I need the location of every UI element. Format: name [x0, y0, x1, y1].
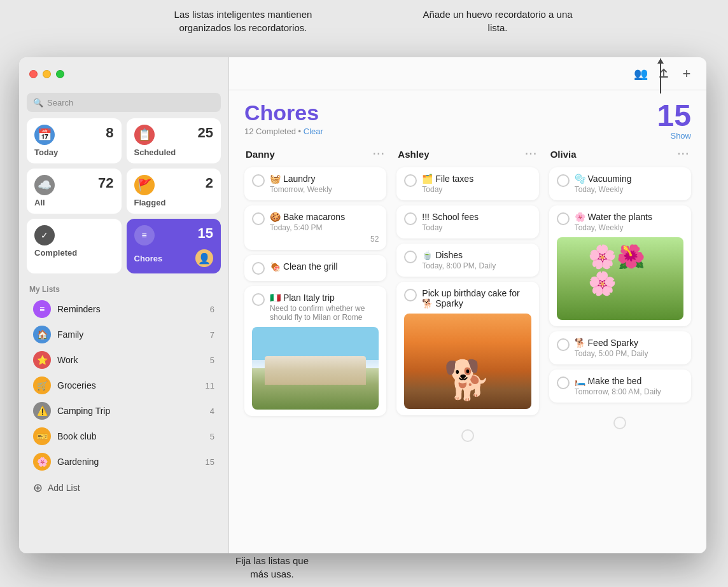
task-note-italy: Need to confirm whether we should fly to… [270, 304, 379, 322]
my-lists-title: My Lists [19, 281, 228, 296]
task-make-bed[interactable]: 🛏️ Make the bed Tomorrow, 8:00 AM, Daily [549, 369, 691, 403]
task-meta-macarons: Today, 5:40 PM [270, 223, 379, 232]
task-info-italy: 🇮🇹 Plan Italy trip Need to confirm wheth… [270, 293, 379, 322]
task-meta-plants: Today, Weekly [575, 223, 683, 232]
today-icon: 📅 [34, 125, 55, 145]
sidebar-item-gardening[interactable]: 🌸 Gardening 15 [23, 449, 225, 474]
sidebar-item-family[interactable]: 🏠 Family 7 [23, 322, 225, 347]
task-vacuuming[interactable]: 🫧 Vacuuming Today, Weekly [549, 167, 691, 200]
add-list-icon: ⊕ [33, 481, 43, 495]
sidebar: 🔍 Search 📅 8 Today 📋 25 Scheduled [19, 57, 229, 553]
task-plan-italy[interactable]: 🇮🇹 Plan Italy trip Need to confirm wheth… [244, 286, 386, 416]
today-count: 8 [106, 125, 113, 141]
task-check-italy[interactable] [252, 293, 265, 306]
ashley-more-icon[interactable]: ··· [525, 148, 537, 160]
task-name-macarons: 🍪 Bake macarons [270, 212, 379, 222]
sidebar-item-bookclub[interactable]: 🎫 Book club 5 [23, 424, 225, 449]
smart-tile-completed[interactable]: ✓ Completed [27, 219, 122, 273]
task-info-grill: 🍖 Clean the grill [270, 261, 379, 272]
sidebar-item-work[interactable]: ⭐ Work 5 [23, 347, 225, 373]
task-meta-taxes: Today [422, 185, 531, 194]
task-info-fees: !!! School fees Today [422, 212, 531, 232]
add-list-button[interactable]: ⊕ Add List [23, 476, 225, 500]
task-check-grill[interactable] [252, 262, 265, 275]
task-bake-macarons[interactable]: 🍪 Bake macarons Today, 5:40 PM 52 [244, 205, 386, 250]
all-label: All [34, 198, 114, 207]
column-olivia: Olivia ··· 🫧 Vacuuming Today, Weekly [544, 146, 696, 543]
titlebar [19, 57, 228, 90]
gardening-label: Gardening [57, 457, 199, 467]
smart-tile-scheduled[interactable]: 📋 25 Scheduled [127, 118, 221, 163]
ashley-add-check[interactable] [461, 429, 474, 442]
add-reminder-icon[interactable]: + [680, 67, 694, 81]
reminders-icon: ≡ [33, 300, 51, 318]
show-link[interactable]: Show [657, 131, 691, 141]
task-check-dishes[interactable] [404, 251, 417, 263]
task-check-taxes[interactable] [404, 174, 417, 187]
italy-image [252, 327, 379, 410]
task-info-taxes: 🗂️ File taxes Today [422, 174, 531, 194]
task-feed-sparky[interactable]: 🐕 Feed Sparky Today, 5:00 PM, Daily [549, 331, 691, 364]
task-file-taxes[interactable]: 🗂️ File taxes Today [396, 167, 538, 200]
task-meta-dishes: Today, 8:00 PM, Daily [422, 261, 531, 270]
sidebar-item-camping[interactable]: ⚠️ Camping Trip 4 [23, 398, 225, 424]
sidebar-item-reminders[interactable]: ≡ Reminders 6 [23, 296, 225, 322]
app-window: 🔍 Search 📅 8 Today 📋 25 Scheduled [19, 57, 706, 553]
close-button[interactable] [29, 70, 38, 78]
task-check-laundry[interactable] [252, 174, 265, 187]
task-meta-sparky: Today, 5:00 PM, Daily [575, 349, 683, 358]
chores-avatar: 👤 [195, 249, 213, 267]
family-label: Family [57, 329, 204, 340]
task-dishes[interactable]: 🍵 Dishes Today, 8:00 PM, Daily [396, 244, 538, 277]
column-danny: Danny ··· 🧺 Laundry Tomorrow, Weekly [239, 146, 391, 543]
danny-more-icon[interactable]: ··· [373, 148, 385, 160]
sidebar-item-groceries[interactable]: 🛒 Groceries 11 [23, 373, 225, 398]
olivia-name: Olivia [550, 149, 577, 160]
olivia-add-check[interactable] [613, 417, 626, 429]
share-icon[interactable] [657, 67, 671, 81]
groceries-icon: 🛒 [33, 376, 51, 394]
maximize-button[interactable] [56, 70, 64, 78]
list-header: Chores 12 Completed • Clear 15 Show [229, 90, 706, 146]
share-users-icon[interactable]: 👥 [634, 67, 648, 81]
task-check-sparky[interactable] [557, 338, 570, 351]
task-name-grill: 🍖 Clean the grill [270, 261, 379, 272]
smart-tile-all[interactable]: ☁️ 72 All [27, 169, 122, 214]
smart-tile-flagged[interactable]: 🚩 2 Flagged [127, 169, 221, 214]
work-label: Work [57, 355, 204, 365]
tooltip-arrow [660, 59, 661, 93]
bookclub-label: Book club [57, 431, 204, 441]
task-check-macarons[interactable] [252, 212, 265, 225]
task-name-dishes: 🍵 Dishes [422, 250, 531, 260]
task-check-bed[interactable] [557, 376, 570, 389]
smart-tile-today[interactable]: 📅 8 Today [27, 118, 122, 163]
minimize-button[interactable] [43, 70, 51, 78]
task-check-cake[interactable] [404, 289, 417, 301]
columns-area: Danny ··· 🧺 Laundry Tomorrow, Weekly [229, 146, 706, 553]
work-count: 5 [210, 356, 214, 365]
smart-tile-chores[interactable]: ≡ 15 Chores 👤 [127, 219, 221, 273]
ashley-add-row [396, 420, 538, 446]
completed-icon: ✓ [34, 225, 55, 245]
task-clean-grill[interactable]: 🍖 Clean the grill [244, 255, 386, 281]
task-check-plants[interactable] [557, 212, 570, 225]
all-count: 72 [98, 175, 113, 191]
bookclub-count: 5 [210, 432, 214, 441]
olivia-more-icon[interactable]: ··· [678, 148, 690, 160]
task-info-macarons: 🍪 Bake macarons Today, 5:40 PM [270, 212, 379, 232]
main-content: 👥 + Chores 12 Completed • Clear 15 Show [229, 57, 706, 553]
flagged-icon: 🚩 [134, 175, 155, 195]
flowers-image [557, 237, 683, 320]
task-birthday-cake[interactable]: Pick up birthday cake for 🐕 Sparky [396, 282, 538, 415]
task-check-fees[interactable] [404, 212, 417, 225]
search-bar[interactable]: 🔍 Search [27, 93, 221, 112]
task-name-plants: 🌸 Water the plants [575, 212, 683, 222]
task-info-plants: 🌸 Water the plants Today, Weekly [575, 212, 683, 232]
task-check-vacuuming[interactable] [557, 174, 570, 187]
clear-link[interactable]: Clear [304, 127, 323, 136]
task-laundry[interactable]: 🧺 Laundry Tomorrow, Weekly [244, 167, 386, 200]
task-school-fees[interactable]: !!! School fees Today [396, 205, 538, 238]
danny-name: Danny [246, 149, 275, 160]
list-main-title: Chores [244, 100, 323, 125]
task-water-plants[interactable]: 🌸 Water the plants Today, Weekly [549, 205, 691, 326]
